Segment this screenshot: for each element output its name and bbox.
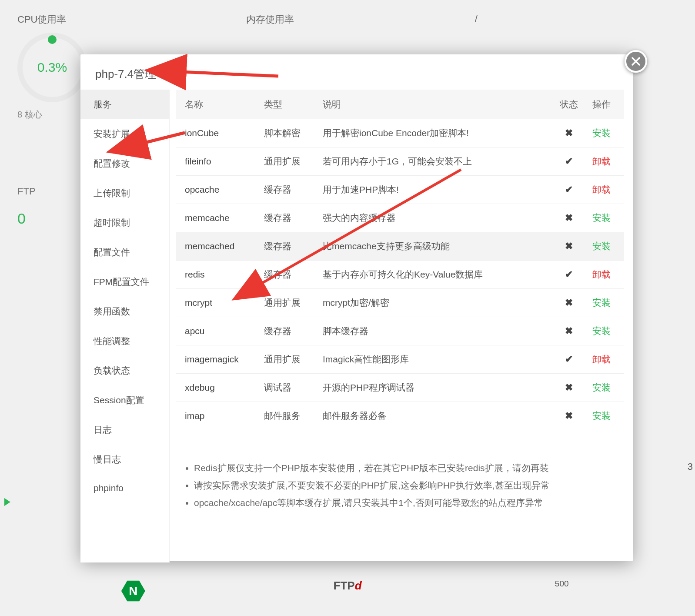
ext-action: 卸载 <box>587 176 624 204</box>
sidebar-item-13[interactable]: phpinfo <box>80 474 169 502</box>
ext-desc: 强大的内容缓存器 <box>317 204 550 232</box>
sidebar-item-8[interactable]: 性能调整 <box>80 326 169 356</box>
ext-status: ✔ <box>550 176 587 204</box>
ext-action: 安装 <box>587 374 624 402</box>
install-button[interactable]: 安装 <box>592 326 611 336</box>
ext-type: 脚本解密 <box>259 119 317 147</box>
ext-action: 卸载 <box>587 345 624 374</box>
check-icon: ✔ <box>565 354 573 365</box>
ext-name: ionCube <box>176 119 259 147</box>
sidebar-item-6[interactable]: FPM配置文件 <box>80 267 169 297</box>
ext-desc: 脚本缓存器 <box>317 317 550 345</box>
table-row: mcrypt通用扩展mcrypt加密/解密✖安装 <box>176 289 624 317</box>
ext-type: 缓存器 <box>259 317 317 345</box>
ext-name: mcrypt <box>176 289 259 317</box>
extensions-table: 名称类型说明状态操作 ionCube脚本解密用于解密ionCube Encode… <box>176 90 624 430</box>
uninstall-button[interactable]: 卸载 <box>592 184 611 194</box>
install-button[interactable]: 安装 <box>592 241 611 251</box>
ext-status: ✖ <box>550 374 587 402</box>
php-manage-modal: php-7.4管理 服务安装扩展配置修改上传限制超时限制配置文件FPM配置文件禁… <box>80 54 633 561</box>
table-row: redis缓存器基于内存亦可持久化的Key-Value数据库✔卸载 <box>176 261 624 289</box>
ext-status: ✖ <box>550 402 587 430</box>
sidebar-item-5[interactable]: 配置文件 <box>80 238 169 267</box>
table-row: imagemagick通用扩展Imagick高性能图形库✔卸载 <box>176 345 624 374</box>
ext-type: 调试器 <box>259 374 317 402</box>
cross-icon: ✖ <box>565 212 573 223</box>
ext-action: 卸载 <box>587 147 624 176</box>
ext-desc: 邮件服务器必备 <box>317 402 550 430</box>
install-button[interactable]: 安装 <box>592 382 611 392</box>
ext-action: 卸载 <box>587 261 624 289</box>
sidebar-item-10[interactable]: Session配置 <box>80 385 169 415</box>
sidebar-item-2[interactable]: 配置修改 <box>80 149 169 178</box>
sidebar-item-7[interactable]: 禁用函数 <box>80 297 169 326</box>
table-row: ionCube脚本解密用于解密ionCube Encoder加密脚本!✖安装 <box>176 119 624 147</box>
modal-content: 名称类型说明状态操作 ionCube脚本解密用于解密ionCube Encode… <box>170 90 633 562</box>
ext-type: 缓存器 <box>259 176 317 204</box>
ext-type: 通用扩展 <box>259 345 317 374</box>
ext-action: 安装 <box>587 119 624 147</box>
sidebar-item-1[interactable]: 安装扩展 <box>80 119 169 149</box>
sidebar-item-4[interactable]: 超时限制 <box>80 208 169 238</box>
sidebar-item-9[interactable]: 负载状态 <box>80 356 169 385</box>
ext-name: apcu <box>176 317 259 345</box>
ext-type: 通用扩展 <box>259 289 317 317</box>
ext-action: 安装 <box>587 317 624 345</box>
table-row: imap邮件服务邮件服务器必备✖安装 <box>176 402 624 430</box>
sidebar-item-0[interactable]: 服务 <box>80 90 169 119</box>
install-button[interactable]: 安装 <box>592 213 611 223</box>
ext-name: fileinfo <box>176 147 259 176</box>
ext-type: 缓存器 <box>259 261 317 289</box>
uninstall-button[interactable]: 卸载 <box>592 269 611 279</box>
ext-name: opcache <box>176 176 259 204</box>
install-button[interactable]: 安装 <box>592 411 611 421</box>
ext-action: 安装 <box>587 232 624 261</box>
ext-status: ✔ <box>550 345 587 374</box>
ext-name: memcached <box>176 232 259 261</box>
modal-sidebar: 服务安装扩展配置修改上传限制超时限制配置文件FPM配置文件禁用函数性能调整负载状… <box>80 90 170 562</box>
table-header-3: 状态 <box>550 90 587 119</box>
uninstall-button[interactable]: 卸载 <box>592 156 611 166</box>
table-row: memcached缓存器比memcache支持更多高级功能✖安装 <box>176 232 624 261</box>
table-header-1: 类型 <box>259 90 317 119</box>
ext-desc: Imagick高性能图形库 <box>317 345 550 374</box>
cross-icon: ✖ <box>565 382 573 393</box>
modal-title: php-7.4管理 <box>80 54 633 90</box>
cross-icon: ✖ <box>565 410 573 421</box>
check-icon: ✔ <box>565 269 573 280</box>
ext-status: ✔ <box>550 147 587 176</box>
ext-desc: 用于加速PHP脚本! <box>317 176 550 204</box>
cpu-percent: 0.3% <box>37 60 67 75</box>
sidebar-item-3[interactable]: 上传限制 <box>80 178 169 208</box>
table-row: opcache缓存器用于加速PHP脚本!✔卸载 <box>176 176 624 204</box>
note-item: opcache/xcache/apc等脚本缓存扩展,请只安装其中1个,否则可能导… <box>194 494 611 512</box>
table-header-0: 名称 <box>176 90 259 119</box>
ext-status: ✖ <box>550 317 587 345</box>
notes-list: Redis扩展仅支持一个PHP版本安装使用，若在其它PHP版本已安装redis扩… <box>186 459 611 512</box>
ext-desc: 开源的PHP程序调试器 <box>317 374 550 402</box>
ext-desc: 用于解密ionCube Encoder加密脚本! <box>317 119 550 147</box>
table-row: apcu缓存器脚本缓存器✖安装 <box>176 317 624 345</box>
cpu-title: CPU使用率 <box>17 13 220 26</box>
cross-icon: ✖ <box>565 325 573 336</box>
ext-name: xdebug <box>176 374 259 402</box>
close-button[interactable] <box>625 50 647 73</box>
ext-type: 邮件服务 <box>259 402 317 430</box>
note-item: Redis扩展仅支持一个PHP版本安装使用，若在其它PHP版本已安装redis扩… <box>194 459 611 477</box>
ext-type: 缓存器 <box>259 232 317 261</box>
install-button[interactable]: 安装 <box>592 128 611 138</box>
ext-status: ✖ <box>550 289 587 317</box>
install-button[interactable]: 安装 <box>592 298 611 308</box>
ext-name: memcache <box>176 204 259 232</box>
ext-type: 缓存器 <box>259 204 317 232</box>
sidebar-item-11[interactable]: 日志 <box>80 415 169 445</box>
ext-status: ✖ <box>550 119 587 147</box>
ext-status: ✔ <box>550 261 587 289</box>
sidebar-item-12[interactable]: 慢日志 <box>80 445 169 474</box>
uninstall-button[interactable]: 卸载 <box>592 354 611 364</box>
bottom-value: 500 <box>555 579 569 603</box>
cross-icon: ✖ <box>565 241 573 251</box>
table-row: fileinfo通用扩展若可用内存小于1G，可能会安装不上✔卸载 <box>176 147 624 176</box>
nginx-icon: N <box>121 579 145 603</box>
cross-icon: ✖ <box>565 127 573 138</box>
